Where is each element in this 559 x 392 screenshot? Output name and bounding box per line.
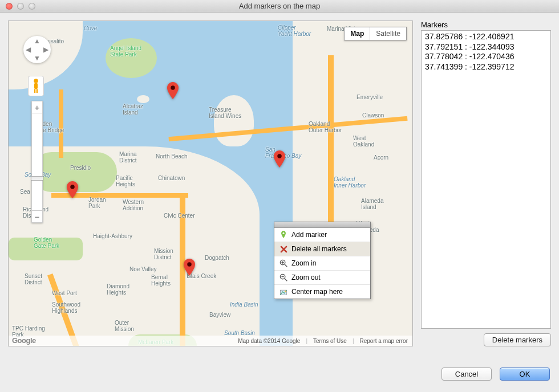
- window-zoom-button[interactable]: [29, 3, 35, 10]
- map-type-map[interactable]: Map: [345, 27, 370, 40]
- land-angel-island: [106, 38, 157, 78]
- map-marker[interactable]: [167, 81, 179, 100]
- pegman-icon[interactable]: [28, 76, 44, 96]
- delete-all-markers-icon: [279, 244, 288, 254]
- markers-list[interactable]: 37.825786 : -122.40692137.792151 : -122.…: [421, 30, 551, 329]
- window-title: Add markers on the map: [0, 2, 559, 10]
- context-menu-label: Add marker: [291, 231, 327, 239]
- window-minimize-button[interactable]: [17, 3, 24, 10]
- map-canvas[interactable]: SanFrancisco Bay Angel IslandState Park …: [8, 21, 413, 346]
- pan-east-icon[interactable]: ▶: [43, 46, 48, 53]
- attribution-data: Map data ©2014 Google: [238, 338, 300, 344]
- svg-point-0: [34, 79, 38, 83]
- svg-point-16: [70, 185, 75, 189]
- map-type-satellite[interactable]: Satellite: [370, 27, 406, 40]
- road-i80: [328, 55, 334, 226]
- titlebar: Add markers on the map: [0, 0, 559, 13]
- attribution-terms-link[interactable]: Terms of Use: [313, 338, 347, 344]
- map-attribution: Google Map data ©2014 Google | Terms of …: [9, 336, 412, 346]
- map-context-menu[interactable]: Add markerDelete all markersZoom inZoom …: [274, 222, 371, 299]
- context-menu-delete-all-markers[interactable]: Delete all markers: [274, 242, 370, 256]
- pan-west-icon[interactable]: ◀: [26, 46, 31, 53]
- svg-point-17: [187, 262, 192, 267]
- pan-south-icon[interactable]: ▼: [34, 55, 40, 62]
- svg-rect-3: [37, 89, 38, 93]
- dialog-footer: Cancel OK: [441, 368, 550, 381]
- markers-list-item[interactable]: 37.792151 : -122.344093: [425, 42, 547, 52]
- svg-line-10: [285, 279, 287, 281]
- svg-line-6: [285, 264, 287, 267]
- zoom-control[interactable]: + −: [31, 101, 43, 223]
- svg-rect-2: [34, 89, 35, 93]
- map-marker[interactable]: [67, 181, 78, 199]
- context-menu-zoom-out[interactable]: Zoom out: [274, 271, 370, 285]
- zoom-out-icon: [279, 273, 288, 282]
- park-golden-gate: [9, 238, 83, 260]
- map-marker[interactable]: [184, 258, 195, 276]
- google-logo: Google: [12, 336, 36, 345]
- ok-button[interactable]: OK: [500, 368, 550, 381]
- pan-north-icon[interactable]: ▲: [34, 38, 40, 44]
- map-marker[interactable]: [274, 150, 285, 168]
- delete-markers-button[interactable]: Delete markers: [484, 333, 551, 346]
- attribution-report-link[interactable]: Report a map error: [360, 338, 408, 344]
- svg-rect-1: [34, 83, 38, 89]
- svg-point-4: [282, 232, 284, 234]
- markers-list-item[interactable]: 37.778042 : -122.470436: [425, 52, 547, 62]
- cancel-button[interactable]: Cancel: [441, 368, 492, 381]
- pan-control[interactable]: ▲ ▼ ◀ ▶: [23, 36, 51, 63]
- road-golden-gate-bridge: [59, 89, 63, 158]
- context-menu-label: Delete all markers: [291, 245, 347, 253]
- zoom-thumb[interactable]: [31, 176, 43, 181]
- context-menu-label: Center map here: [291, 288, 343, 296]
- markers-panel-title: Markers: [421, 21, 551, 29]
- zoom-out-button[interactable]: −: [31, 210, 43, 223]
- context-menu-center-map-here[interactable]: Center map here: [274, 285, 370, 299]
- context-menu-gripper[interactable]: [274, 222, 370, 228]
- context-menu-label: Zoom out: [291, 273, 321, 281]
- context-menu-zoom-in[interactable]: Zoom in: [274, 256, 370, 271]
- center-map-here-icon: [279, 287, 288, 296]
- window-close-button[interactable]: [6, 3, 13, 10]
- map-type-switch[interactable]: Map Satellite: [344, 27, 407, 40]
- context-menu-label: Zoom in: [291, 259, 316, 267]
- land-alcatraz: [137, 95, 149, 103]
- add-marker-icon: [279, 230, 288, 239]
- zoom-slider[interactable]: [31, 113, 43, 210]
- zoom-in-icon: [279, 259, 288, 268]
- svg-point-14: [171, 85, 175, 90]
- markers-list-item[interactable]: 37.825786 : -122.406921: [425, 32, 547, 42]
- context-menu-add-marker[interactable]: Add marker: [274, 228, 370, 242]
- zoom-in-button[interactable]: +: [31, 101, 43, 113]
- svg-point-13: [285, 291, 286, 292]
- markers-list-item[interactable]: 37.741399 : -122.399712: [425, 62, 547, 72]
- land-treasure-island: [214, 95, 254, 146]
- svg-point-15: [277, 154, 282, 158]
- side-panel: Markers 37.825786 : -122.40692137.792151…: [421, 21, 551, 346]
